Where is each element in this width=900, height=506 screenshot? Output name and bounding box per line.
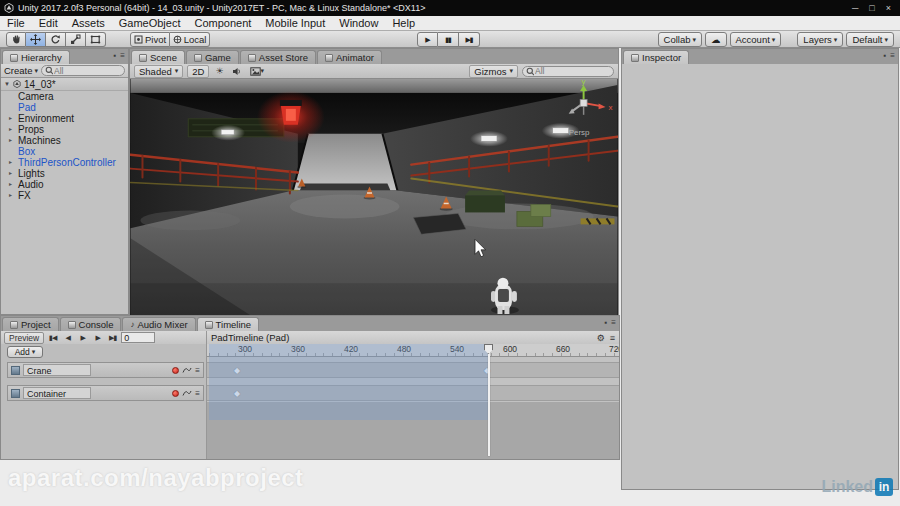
audio-toggle[interactable] [230,67,244,76]
previous-frame-button[interactable]: ◀ [61,334,74,342]
local-toggle-button[interactable]: Local [170,32,210,47]
track-menu-icon[interactable]: ≡ [195,389,200,398]
tab-timeline[interactable]: Timeline [197,317,260,331]
hierarchy-item-environment[interactable]: ▸Environment [1,113,128,124]
tab-audio-mixer[interactable]: ♪Audio Mixer [122,317,195,331]
effects-dropdown[interactable]: ▾ [248,67,267,76]
hierarchy-search[interactable] [41,65,125,76]
lighting-toggle[interactable]: ☀ [213,66,225,76]
expand-arrow-icon[interactable]: ▸ [9,179,12,190]
menu-window[interactable]: Window [332,16,385,30]
track-name-field[interactable]: Crane [23,364,91,376]
tab-animator[interactable]: Animator [317,50,382,64]
gizmos-label: Gizmos [474,66,506,77]
expand-arrow-icon[interactable]: ▼ [4,81,10,87]
close-button[interactable]: × [886,3,891,13]
rect-tool-button[interactable] [86,32,106,47]
hierarchy-item-camera[interactable]: Camera [1,91,128,102]
playhead[interactable] [488,344,490,456]
panel-menu-icon[interactable]: ≡ [611,318,616,327]
hierarchy-item-box[interactable]: Box [1,146,128,157]
hierarchy-item-audio[interactable]: ▸Audio [1,179,128,190]
frame-number-field[interactable] [121,332,155,343]
gizmos-dropdown[interactable]: Gizmos ▾ [469,65,518,78]
scene-search-input[interactable] [535,66,610,76]
curves-toggle[interactable] [182,366,192,374]
hand-tool-button[interactable] [6,32,26,47]
track-menu-icon[interactable]: ≡ [195,366,200,375]
menu-file[interactable]: File [0,16,32,30]
move-icon [30,34,41,45]
expand-arrow-icon[interactable]: ▸ [9,157,12,168]
tab-game[interactable]: Game [186,50,239,64]
panel-menu-icon[interactable]: ≡ [890,51,895,60]
minimize-button[interactable]: ─ [852,3,858,13]
expand-arrow-icon[interactable]: ▸ [9,124,12,135]
hierarchy-item-thirdpersoncontroller[interactable]: ▸ThirdPersonController [1,157,128,168]
layout-dropdown[interactable]: Default ▾ [846,32,894,47]
expand-arrow-icon[interactable]: ▸ [9,113,12,124]
next-frame-button[interactable]: ▶ [91,334,104,342]
menu-assets[interactable]: Assets [65,16,112,30]
hierarchy-search-input[interactable] [54,66,121,76]
pause-button[interactable]: ▮▮ [438,32,459,47]
expand-arrow-icon[interactable]: ▸ [9,190,12,201]
tab-hierarchy[interactable]: Hierarchy [2,50,70,64]
tab-scene[interactable]: Scene [131,50,185,64]
gizmo-center-cube[interactable] [580,99,587,106]
tab-project[interactable]: Project [2,317,59,331]
rotate-tool-button[interactable] [46,32,66,47]
track-header-container[interactable]: Container ≡ [7,385,204,401]
scene-search[interactable] [522,66,614,77]
goto-end-button[interactable]: ▶▮ [106,334,119,342]
record-toggle[interactable] [172,367,179,374]
step-button[interactable]: ▶▮ [459,32,480,47]
track-name-field[interactable]: Container [23,387,91,399]
goto-start-button[interactable]: ▮◀ [46,334,59,342]
tab-inspector[interactable]: Inspector [623,50,689,64]
expand-arrow-icon[interactable]: ▸ [9,168,12,179]
timeline-menu-icon[interactable]: ≡ [610,333,615,343]
menu-component[interactable]: Component [187,16,258,30]
move-tool-button[interactable] [26,32,46,47]
add-track-button[interactable]: Add ▾ [7,346,43,358]
2d-toggle[interactable]: 2D [187,65,209,78]
hierarchy-item-pad[interactable]: Pad [1,102,128,113]
panel-menu-icon[interactable]: ≡ [120,51,125,60]
lock-icon[interactable]: ▪ [604,318,607,327]
expand-arrow-icon[interactable]: ▸ [9,135,12,146]
lock-icon[interactable]: ▪ [883,51,886,60]
tab-console[interactable]: Console [60,317,122,331]
hierarchy-item-props[interactable]: ▸Props [1,124,128,135]
preview-toggle[interactable]: Preview [4,332,44,344]
hierarchy-item-lights[interactable]: ▸Lights [1,168,128,179]
menu-mobile-input[interactable]: Mobile Input [258,16,332,30]
hierarchy-item-fx[interactable]: ▸FX [1,190,128,201]
collab-dropdown[interactable]: Collab ▾ [658,32,702,47]
menu-help[interactable]: Help [385,16,422,30]
maximize-button[interactable]: □ [869,3,874,13]
scale-tool-button[interactable] [66,32,86,47]
persp-label[interactable]: Persp [569,128,590,137]
curves-toggle[interactable] [182,389,192,397]
create-dropdown[interactable]: Create ▾ [4,65,38,76]
gear-icon[interactable]: ⚙ [597,333,605,343]
account-dropdown[interactable]: Account ▾ [730,32,782,47]
hierarchy-item-machines[interactable]: ▸Machines [1,135,128,146]
tab-asset-store[interactable]: Asset Store [240,50,316,64]
track-header-crane[interactable]: Crane ≡ [7,362,204,378]
timeline-asset-title[interactable]: PadTimeline (Pad) [211,332,289,343]
pivot-toggle-button[interactable]: Pivot [130,32,170,47]
menu-edit[interactable]: Edit [32,16,65,30]
play-button[interactable]: ▶ [417,32,438,47]
lock-icon[interactable]: ▪ [113,51,116,60]
shading-mode-dropdown[interactable]: Shaded ▾ [134,65,183,78]
scene-viewport[interactable]: y x Persp [130,79,618,315]
menu-gameobject[interactable]: GameObject [112,16,188,30]
record-toggle[interactable] [172,390,179,397]
timeline-play-button[interactable]: ▶ [76,334,89,342]
timeline-lane-area[interactable]: 300 360 420 480 540 600 660 720 ◆ ◆ ◆ [206,344,619,459]
cloud-button[interactable]: ☁ [705,32,727,47]
layers-dropdown[interactable]: Layers ▾ [797,32,843,47]
scene-header-row[interactable]: ▼ 14_03* [1,78,128,91]
